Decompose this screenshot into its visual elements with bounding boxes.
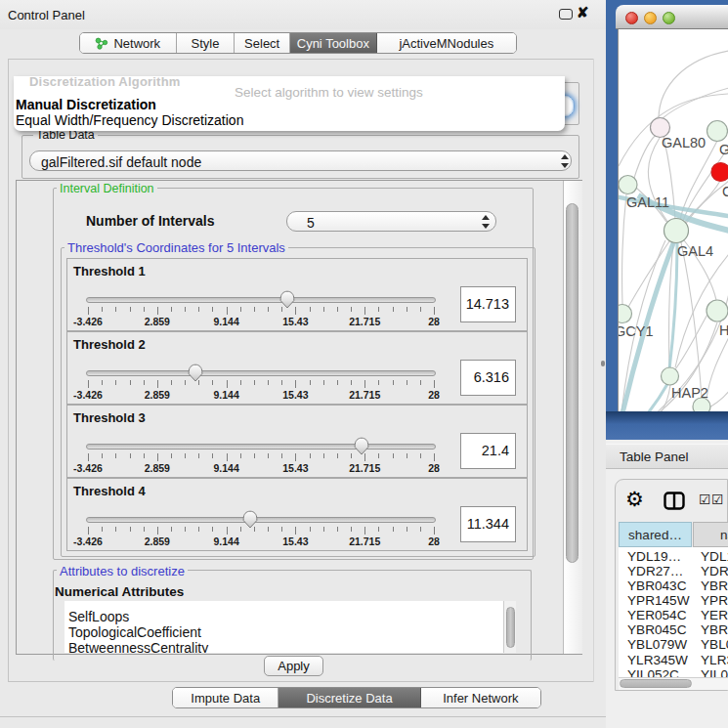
network-view-canvas[interactable]: GAL80GACGAL11GAL4GCY1HHAP2	[618, 29, 728, 411]
slider-track[interactable]	[86, 517, 436, 523]
slider-tick	[364, 527, 365, 535]
slider-track[interactable]	[86, 297, 436, 303]
tab-impute-data[interactable]: Impute Data	[173, 688, 278, 707]
numerical-attributes-list[interactable]: SelfLoopsTopologicalCoefficientBetweenne…	[64, 601, 503, 653]
table-cell-name[interactable]: YBR043C	[701, 578, 728, 593]
slider-tick	[434, 307, 435, 315]
table-cell-name[interactable]: YBL079W	[701, 637, 728, 652]
table-cell-shared-name[interactable]: YBL079W	[627, 637, 687, 652]
attribute-list-item[interactable]: SelfLoops	[68, 609, 129, 624]
network-edge[interactable]	[675, 311, 709, 369]
zoom-traffic-light-icon[interactable]	[663, 12, 675, 24]
tab-style[interactable]: Style	[177, 33, 236, 53]
node-gal11[interactable]	[619, 176, 637, 194]
slider-tick	[323, 527, 324, 532]
table-cell-shared-name[interactable]: YBR043C	[627, 578, 686, 593]
threshold-value-field[interactable]: 11.344	[460, 506, 516, 542]
threshold-label: Threshold 2	[73, 337, 146, 352]
table-cell-name[interactable]: YPR145W	[701, 593, 728, 608]
control-panel-titlebar	[0, 0, 606, 29]
column-header-name[interactable]: name	[693, 522, 728, 547]
slider-tick	[130, 307, 131, 312]
table-cell-shared-name[interactable]: YER054C	[627, 608, 686, 622]
slider-thumb[interactable]	[279, 290, 295, 309]
apply-button[interactable]: Apply	[264, 656, 323, 676]
slider-track[interactable]	[86, 370, 436, 376]
slider-thumb[interactable]	[242, 510, 258, 529]
slider-tick	[323, 380, 324, 385]
table-cell-shared-name[interactable]: YPR145W	[627, 593, 689, 608]
float-window-icon[interactable]	[559, 9, 573, 20]
close-icon[interactable]: ✘	[577, 4, 589, 21]
node-table: YDL19…YDL194WYDR27…YDR277CYBR043CYBR043C…	[619, 547, 728, 677]
split-view-icon[interactable]	[664, 492, 685, 514]
tab-cyni-toolbox[interactable]: Cyni Toolbox	[290, 33, 377, 53]
node-hap2[interactable]	[662, 367, 679, 385]
attribute-list-item[interactable]: TopologicalCoefficient	[68, 624, 201, 640]
table-cell-name[interactable]: YDR277C	[701, 564, 728, 578]
threshold-panel-3: Threshold 3-3.4262.8599.14415.4321.71528…	[66, 405, 528, 478]
close-traffic-light-icon[interactable]	[625, 12, 638, 24]
node-gcy1[interactable]	[619, 305, 632, 323]
table-cell-shared-name[interactable]: YDR27…	[627, 564, 683, 578]
tab-label: Style	[191, 36, 219, 51]
table-panel-title: Table Panel	[620, 450, 689, 464]
number-of-intervals-combobox[interactable]: 5	[286, 211, 496, 232]
slider-tick-label: 2.859	[128, 535, 187, 547]
threshold-value-field[interactable]: 6.316	[460, 360, 516, 396]
slider-thumb[interactable]	[188, 364, 203, 382]
network-edge[interactable]	[622, 194, 626, 305]
popup-placeholder-item[interactable]: Select algorithm to view settings	[235, 85, 423, 100]
table-horizontal-scrollbar-thumb[interactable]	[620, 679, 692, 688]
tab-select[interactable]: Select	[235, 33, 290, 53]
network-edge[interactable]	[659, 51, 728, 117]
tab-jactivemnodules[interactable]: jActiveMNodules	[377, 33, 516, 53]
splitpane-grip-icon[interactable]	[601, 361, 605, 366]
slider-tick-label: -3.426	[59, 316, 117, 327]
network-edge[interactable]	[634, 135, 656, 178]
node-gal-right[interactable]	[707, 121, 728, 142]
table-cell-name[interactable]: YER054C	[701, 608, 728, 622]
node-h[interactable]	[707, 300, 728, 321]
checkbox-icon[interactable]: ☑	[711, 492, 724, 507]
vertical-scrollbar-thumb[interactable]	[566, 203, 578, 563]
network-edge-ribbon[interactable]	[669, 242, 677, 369]
slider-thumb[interactable]	[354, 437, 369, 455]
table-cell-name[interactable]: YBR045C	[701, 622, 728, 637]
slider-tick	[102, 527, 103, 532]
network-edge[interactable]	[663, 88, 728, 118]
number-of-intervals-value: 5	[307, 215, 315, 231]
tab-network[interactable]: Network	[80, 33, 177, 53]
node-red-selected[interactable]	[711, 163, 728, 182]
slider-track[interactable]	[86, 444, 436, 450]
table-cell-shared-name[interactable]: YDL19…	[627, 549, 681, 564]
table-cell-name[interactable]: YDL194W	[701, 549, 728, 564]
table-cell-shared-name[interactable]: YIL052C	[627, 667, 679, 677]
threshold-value-field[interactable]: 14.713	[460, 286, 516, 322]
network-node-label: C	[722, 184, 728, 199]
gear-icon[interactable]: ⚙	[625, 488, 644, 511]
attribute-list-item[interactable]: BetweennessCentrality	[68, 640, 208, 653]
number-of-intervals-label: Number of Intervals	[86, 213, 214, 229]
attributes-list-scrollbar-thumb[interactable]	[506, 607, 515, 648]
table-data-combobox[interactable]: galFiltered.sif default node	[29, 150, 572, 171]
table-cell-shared-name[interactable]: YBR045C	[627, 622, 686, 637]
node-gal4[interactable]	[664, 219, 689, 243]
threshold-value-field[interactable]: 21.4	[460, 433, 516, 469]
slider-tick	[212, 307, 213, 312]
tab-infer-network[interactable]: Infer Network	[421, 688, 540, 707]
slider-tick-label: 21.715	[335, 535, 394, 547]
table-cell-name[interactable]: YIL052C	[701, 667, 728, 677]
column-header-shared-name[interactable]: shared…	[619, 522, 692, 547]
slider-tick-label: 2.859	[128, 389, 187, 401]
tab-label: Select	[244, 36, 279, 51]
table-cell-shared-name[interactable]: YLR345W	[627, 653, 688, 667]
table-cell-name[interactable]: YLR345W	[701, 653, 728, 667]
checkbox-icon[interactable]: ☑	[699, 492, 711, 507]
popup-item-manual-discretization[interactable]: Manual Discretization	[16, 97, 156, 112]
tab-discretize-data[interactable]: Discretize Data	[278, 688, 420, 707]
slider-tick	[240, 380, 241, 385]
slider-tick	[393, 453, 394, 458]
minimize-traffic-light-icon[interactable]	[644, 12, 657, 24]
popup-item-equal-width-frequency-discretization[interactable]: Equal Width/Frequency Discretization	[16, 112, 243, 128]
